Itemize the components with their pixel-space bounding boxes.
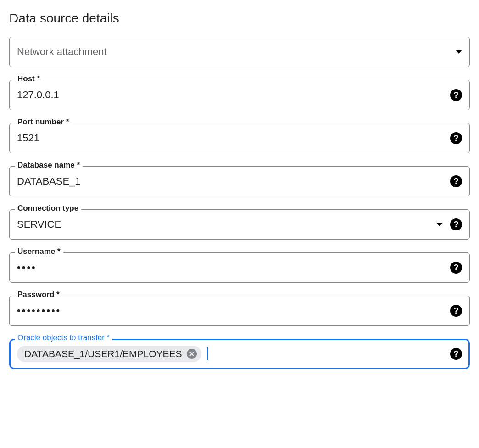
oracle-objects-label: Oracle objects to transfer * — [15, 334, 112, 342]
host-field[interactable]: 127.0.0.1 ? — [9, 80, 470, 110]
password-value: ••••••••• — [17, 306, 443, 316]
username-field[interactable]: •••• ? — [9, 252, 470, 283]
username-value: •••• — [17, 263, 443, 273]
network-attachment-placeholder: Network attachment — [17, 46, 450, 58]
port-field[interactable]: 1521 ? — [9, 123, 470, 153]
oracle-object-chip[interactable]: DATABASE_1/USER1/EMPLOYEES ✕ — [17, 346, 201, 362]
host-label: Host * — [15, 75, 43, 83]
username-label: Username * — [15, 247, 63, 255]
oracle-objects-field[interactable]: DATABASE_1/USER1/EMPLOYEES ✕ ? — [9, 339, 470, 369]
network-attachment-select[interactable]: Network attachment — [9, 37, 470, 67]
chevron-down-icon — [436, 223, 443, 226]
help-icon[interactable]: ? — [450, 218, 462, 230]
password-label: Password * — [15, 291, 62, 298]
page-title: Data source details — [9, 11, 470, 26]
text-cursor — [207, 347, 208, 360]
help-icon[interactable]: ? — [450, 175, 462, 187]
port-label: Port number * — [15, 118, 72, 126]
connection-type-value: SERVICE — [17, 218, 431, 230]
database-value: DATABASE_1 — [17, 175, 443, 187]
help-icon[interactable]: ? — [450, 262, 462, 274]
host-value: 127.0.0.1 — [17, 89, 443, 101]
chevron-down-icon — [456, 50, 462, 54]
connection-type-label: Connection type — [15, 204, 81, 212]
help-icon[interactable]: ? — [450, 132, 462, 144]
connection-type-select[interactable]: SERVICE ? — [9, 209, 470, 240]
database-label: Database name * — [15, 161, 83, 169]
help-icon[interactable]: ? — [450, 305, 462, 317]
chip-text: DATABASE_1/USER1/EMPLOYEES — [24, 348, 182, 359]
password-field[interactable]: ••••••••• ? — [9, 296, 470, 326]
database-field[interactable]: DATABASE_1 ? — [9, 166, 470, 196]
help-icon[interactable]: ? — [450, 89, 462, 101]
close-icon[interactable]: ✕ — [187, 349, 197, 359]
help-icon[interactable]: ? — [450, 348, 462, 360]
port-value: 1521 — [17, 132, 443, 144]
